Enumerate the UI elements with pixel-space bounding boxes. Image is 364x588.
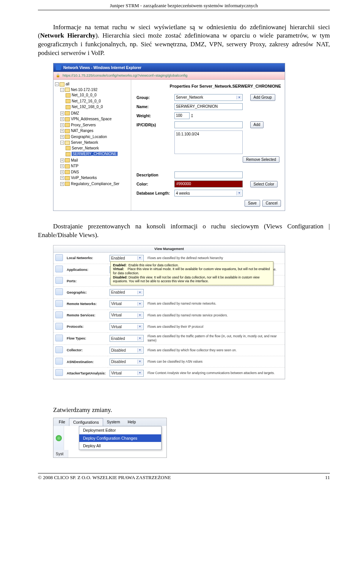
paragraph-1: Informacje na temat ruchu w sieci wyświe… [38,23,330,58]
tree-expand-icon[interactable]: + [60,176,64,180]
status-led-icon [53,426,64,450]
add-cidr-button[interactable]: Add [250,121,264,128]
folder-icon [65,129,70,133]
menu-system[interactable]: System [103,418,124,426]
tree-item-selected[interactable]: SERWERY_CHRONIONE [72,152,118,156]
tree-expand-icon[interactable]: + [60,129,64,133]
tree-item[interactable]: VoIP_Networks [71,176,97,180]
add-group-button[interactable]: Add Group [250,94,275,101]
chevron-down-icon: ▾ [137,336,143,341]
tree-expand-icon[interactable]: + [60,135,64,139]
tree-item[interactable]: Server_Network [71,140,98,145]
apply-changes-text: Zatwierdzamy zmiany. [53,406,330,415]
view-row-icon [55,254,63,261]
view-row-name: Geographic: [65,287,108,298]
view-row-icon [55,346,63,353]
tree-item[interactable]: Server_Network [72,146,99,150]
dblength-select[interactable]: 4 weeks ▾ [174,190,243,197]
menu-configurations[interactable]: Configurations [69,418,103,426]
tree-item[interactable]: Proxy_Servers [71,123,96,127]
tree-item[interactable]: Mail [71,158,78,162]
tree-collapse-icon[interactable]: − [60,141,64,145]
view-mode-value: Virtual [111,301,122,307]
menu-item-deployment-editor[interactable]: Deployment Editor [79,426,161,434]
view-management-panel: View Management Local Networks:Enabled▾F… [53,245,285,379]
tooltip-disabled-label: Disabled: [113,275,127,279]
tree-item[interactable]: DMZ [71,111,79,115]
ipcidr-input[interactable] [174,121,243,128]
weight-input[interactable] [174,112,190,119]
label-color: Color: [135,179,173,189]
tree-root[interactable]: all [66,82,69,86]
chevron-down-icon: ▾ [137,313,143,318]
cidr-listbox[interactable]: 10.1.100.0/24 [174,130,243,154]
tree-collapse-icon[interactable]: − [55,82,59,86]
folder-icon [66,152,71,156]
tree-expand-icon[interactable]: + [60,159,64,162]
view-mode-select[interactable]: Virtual▾ [110,323,144,330]
tree-item[interactable]: NAT_Ranges [71,129,93,133]
view-mode-select[interactable]: Enabled▾ [110,289,144,296]
view-mode-select[interactable]: Virtual▾ [110,370,144,377]
tree-collapse-icon[interactable]: − [60,88,64,92]
tree-item[interactable]: Regulatory_Compliance_Ser [71,182,119,186]
tree-item[interactable]: VPN_Addresses_Space [71,117,111,121]
view-row-desc: Flow Context Analysis view for analyzing… [146,368,285,379]
folder-icon [65,111,70,115]
view-row: Collector:Disabled▾Flows are classified … [53,344,285,356]
tree-expand-icon[interactable]: + [60,123,64,127]
menu-item-deploy-all[interactable]: Deploy All [79,442,161,450]
view-mode-select[interactable]: Disabled▾ [110,347,144,354]
view-mode-select[interactable]: Virtual▾ [110,312,144,319]
menu-item-deploy-config-changes[interactable]: Deploy Configuration Changes [79,434,161,442]
remove-selected-button[interactable]: Remove Selected [243,156,279,163]
tree-item[interactable]: Net_172_16_0_0 [72,99,101,103]
tree-expand-icon[interactable]: + [60,182,64,186]
cidr-entry[interactable]: 10.1.100.0/24 [176,132,199,136]
view-management-title: View Management [53,245,285,253]
tree-expand-icon[interactable]: + [60,170,64,174]
view-row-name: ASNDestination: [65,356,108,368]
view-mode-value: Virtual [111,371,122,376]
view-row: Remote Services:Virtual▾Flows are classi… [53,310,285,321]
name-input[interactable] [174,103,243,110]
stepper-down-icon[interactable]: ▼ [191,116,193,118]
view-mode-value: Virtual [111,324,122,330]
view-row-name: Ports: [65,275,108,287]
save-button[interactable]: Save [245,200,260,207]
tree-expand-icon[interactable]: + [60,164,64,168]
network-tree[interactable]: −all −Net-10-172-192 Net_10_0_0_0 Net_17… [53,80,131,211]
tree-item[interactable]: Net_192_168_0_0 [72,105,103,109]
view-mode-value: Enabled [111,290,125,295]
menu-help[interactable]: Help [124,418,140,426]
select-color-button[interactable]: Select Color [250,181,278,188]
tree-item[interactable]: NTP [71,164,78,168]
tree-item[interactable]: DNS [71,170,79,174]
view-mode-select[interactable]: Enabled▾ [110,255,144,262]
network-views-window: Network Views - Windows Internet Explore… [53,63,285,211]
chevron-down-icon: ▾ [137,291,143,295]
description-input[interactable] [174,171,243,178]
view-row-icon [55,323,63,330]
tree-item[interactable]: Net_10_0_0_0 [72,93,97,97]
tree-item[interactable]: Net-10-172-192 [71,88,97,92]
tree-expand-icon[interactable]: + [60,117,64,121]
view-mode-select[interactable]: Enabled▾ [110,335,144,342]
tree-expand-icon[interactable]: + [60,112,64,115]
weight-stepper[interactable]: ▲▼ [174,112,193,119]
view-mode-select[interactable]: Disabled▾ [110,358,144,365]
folder-icon [60,82,64,86]
view-mode-value: Enabled [111,336,125,341]
folder-icon [65,170,70,174]
tree-item[interactable]: Geographic_Location [71,135,107,139]
menu-file[interactable]: File [55,418,69,426]
ie-icon [56,65,61,70]
cancel-button[interactable]: Cancel [262,200,281,207]
group-select[interactable]: Server_Network ▾ [174,94,243,101]
properties-panel: Properties For Server_Network.SERWERY_CH… [131,80,285,211]
view-mode-select[interactable]: Virtual▾ [110,300,144,307]
view-row-desc: Flows are classified by their IP protoco… [146,321,285,332]
tooltip-virtual-text: Place this view in virtual mode. It will… [113,267,270,275]
tooltip-enabled-label: Enabled: [113,263,127,267]
tooltip-disabled-text: Disable this view. It will not be used f… [113,275,259,283]
